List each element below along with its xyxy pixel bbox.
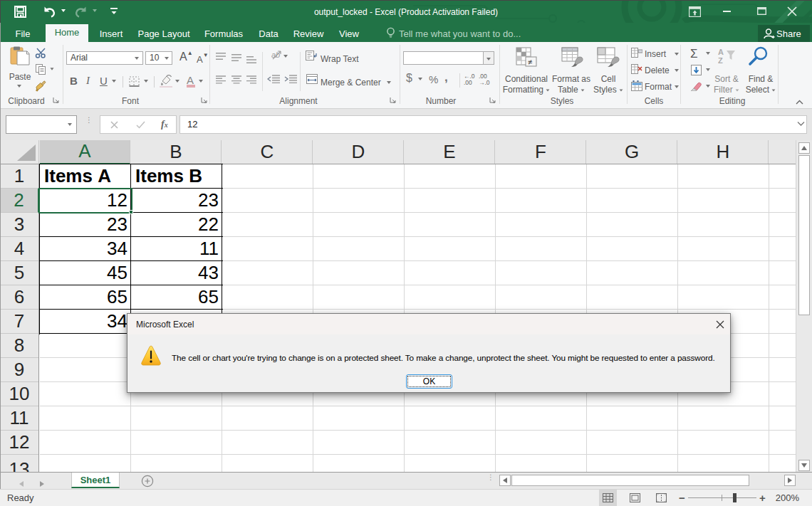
svg-text:Z: Z (718, 56, 723, 65)
svg-text:≠: ≠ (528, 58, 532, 66)
svg-text:ab: ab (271, 51, 280, 59)
svg-text:A: A (718, 48, 724, 56)
